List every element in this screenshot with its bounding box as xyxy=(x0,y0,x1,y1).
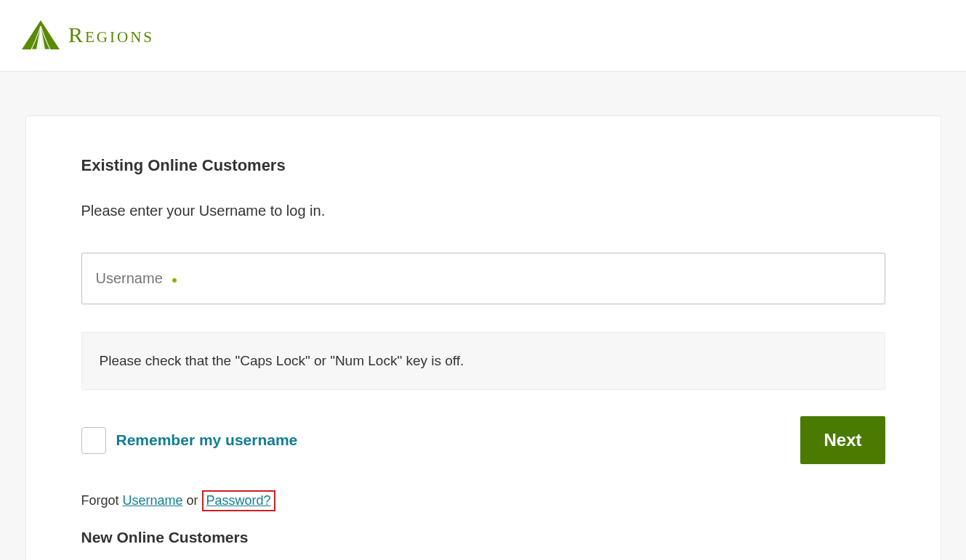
page-header: Regions xyxy=(0,0,966,72)
capslock-info-box: Please check that the "Caps Lock" or "Nu… xyxy=(81,332,885,390)
login-card: Existing Online Customers Please enter y… xyxy=(25,115,941,560)
remember-username-label[interactable]: Remember my username xyxy=(116,431,298,449)
controls-row: Remember my username Next xyxy=(81,416,885,464)
new-customers-heading: New Online Customers xyxy=(81,529,885,546)
forgot-line: Forgot Username or Password? xyxy=(81,490,885,511)
forgot-username-link[interactable]: Username xyxy=(123,493,183,508)
page-body: Existing Online Customers Please enter y… xyxy=(0,72,966,560)
forgot-password-link[interactable]: Password? xyxy=(206,493,271,508)
remember-username-checkbox[interactable] xyxy=(81,427,106,454)
forgot-password-highlight: Password? xyxy=(202,490,275,511)
username-input[interactable] xyxy=(81,253,885,304)
forgot-prefix: Forgot xyxy=(81,493,123,508)
next-button[interactable]: Next xyxy=(800,416,885,464)
forgot-separator: or xyxy=(183,493,202,508)
existing-customers-heading: Existing Online Customers xyxy=(81,156,885,175)
brand-name: Regions xyxy=(68,23,154,47)
remember-username-checkbox-wrap: Remember my username xyxy=(81,427,298,454)
username-field-wrap: Username xyxy=(81,253,885,304)
login-instruction: Please enter your Username to log in. xyxy=(81,203,885,219)
logo[interactable]: Regions xyxy=(22,20,944,49)
regions-logo-icon xyxy=(22,20,60,49)
